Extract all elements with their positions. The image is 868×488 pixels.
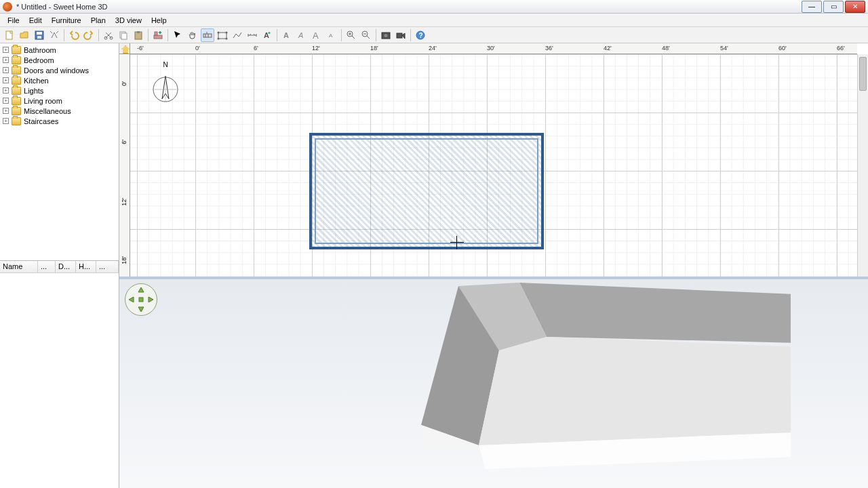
- expand-icon[interactable]: +: [3, 57, 9, 63]
- separator: [148, 29, 149, 41]
- catalog-category[interactable]: +Lights: [1, 85, 117, 96]
- svg-marker-32: [519, 283, 791, 344]
- svg-point-14: [218, 31, 220, 33]
- create-video-button[interactable]: [394, 28, 408, 42]
- redo-button[interactable]: [82, 28, 96, 42]
- svg-rect-27: [397, 33, 402, 38]
- catalog-category[interactable]: +Bedroom: [1, 55, 117, 65]
- menu-edit[interactable]: Edit: [24, 14, 47, 26]
- maximize-button[interactable]: ▭: [823, 1, 844, 13]
- plan-scrollbar-vertical[interactable]: [857, 54, 868, 277]
- decrease-text-button[interactable]: A: [325, 28, 338, 42]
- svg-text:?: ?: [419, 32, 423, 39]
- zoom-out-button[interactable]: [359, 28, 373, 42]
- svg-text:A: A: [313, 30, 319, 41]
- svg-rect-0: [6, 31, 12, 39]
- menu-bar: File Edit Furniture Plan 3D view Help: [0, 14, 868, 27]
- folder-icon: [12, 107, 21, 115]
- create-text-tool[interactable]: A: [260, 28, 274, 42]
- cut-button[interactable]: [102, 28, 115, 42]
- ruler-tick: 54': [720, 45, 728, 52]
- create-photo-button[interactable]: [379, 28, 393, 42]
- ruler-tick: 6': [121, 140, 127, 144]
- preferences-button[interactable]: [47, 28, 61, 42]
- menu-3d-view[interactable]: 3D view: [111, 14, 146, 26]
- catalog-category[interactable]: +Staircases: [1, 116, 117, 126]
- help-button[interactable]: ?: [414, 28, 427, 42]
- catalog-category[interactable]: +Kitchen: [1, 75, 117, 85]
- minimize-button[interactable]: —: [802, 1, 822, 13]
- create-polylines-tool[interactable]: [231, 28, 244, 42]
- open-button[interactable]: [18, 28, 31, 42]
- text-italic-button[interactable]: A: [295, 28, 309, 42]
- separator: [341, 29, 342, 41]
- title-bar: * Untitled - Sweet Home 3D — ▭ ✕: [0, 0, 868, 14]
- undo-button[interactable]: [67, 28, 81, 42]
- catalog-category[interactable]: +Living room: [1, 96, 117, 106]
- expand-icon[interactable]: +: [3, 47, 9, 53]
- ruler-tick: 24': [429, 45, 437, 52]
- menu-plan[interactable]: Plan: [86, 14, 111, 26]
- ruler-tick: 60': [778, 45, 787, 52]
- svg-rect-9: [137, 31, 140, 33]
- vertical-ruler[interactable]: 0'6'12'18': [119, 54, 130, 277]
- compass-label: N: [152, 61, 179, 68]
- zoom-in-button[interactable]: [344, 28, 358, 42]
- catalog-category[interactable]: +Doors and windows: [1, 65, 117, 75]
- catalog-category[interactable]: +Miscellaneous: [1, 106, 117, 116]
- col-more[interactable]: ...: [96, 261, 119, 272]
- furniture-list[interactable]: Name ... D... H... ...: [0, 260, 119, 488]
- furniture-catalog[interactable]: +Bathroom +Bedroom +Doors and windows +K…: [0, 43, 119, 260]
- ruler-tick: 66': [837, 45, 845, 52]
- ruler-origin[interactable]: [119, 43, 130, 54]
- col-depth[interactable]: D...: [56, 261, 76, 272]
- col-width[interactable]: ...: [38, 261, 56, 272]
- view-3d[interactable]: [119, 279, 868, 488]
- svg-rect-12: [203, 34, 212, 37]
- add-furniture-button[interactable]: [151, 28, 165, 42]
- catalog-label: Doors and windows: [24, 66, 89, 75]
- expand-icon[interactable]: +: [3, 77, 9, 83]
- expand-icon[interactable]: +: [3, 98, 9, 104]
- nav-3d-widget[interactable]: [125, 283, 157, 316]
- left-panel: +Bathroom +Bedroom +Doors and windows +K…: [0, 43, 119, 488]
- ruler-tick: 6': [254, 45, 258, 52]
- create-rooms-tool[interactable]: [216, 28, 229, 42]
- scrollbar-thumb[interactable]: [859, 57, 867, 91]
- col-name[interactable]: Name: [0, 261, 38, 272]
- col-height[interactable]: H...: [76, 261, 96, 272]
- select-tool[interactable]: [171, 28, 184, 42]
- folder-icon: [12, 117, 21, 125]
- ruler-tick: 30': [487, 45, 495, 52]
- create-walls-tool[interactable]: [201, 28, 214, 42]
- plan-view[interactable]: -6'0'6'12'18'24'30'36'42'48'54'60'66' 0'…: [119, 43, 868, 279]
- text-bold-button[interactable]: A: [280, 28, 294, 42]
- plan-canvas[interactable]: N: [130, 54, 857, 277]
- menu-help[interactable]: Help: [146, 14, 172, 26]
- menu-file[interactable]: File: [3, 14, 24, 26]
- svg-rect-11: [155, 32, 157, 35]
- expand-icon[interactable]: +: [3, 87, 9, 94]
- separator: [64, 29, 64, 41]
- compass[interactable]: N: [152, 61, 179, 99]
- new-button[interactable]: [3, 28, 16, 42]
- close-button[interactable]: ✕: [845, 1, 865, 13]
- svg-rect-2: [37, 32, 42, 35]
- pan-tool[interactable]: [186, 28, 199, 42]
- create-dimensions-tool[interactable]: [245, 28, 259, 42]
- paste-button[interactable]: [132, 28, 145, 42]
- ruler-tick: 0': [195, 45, 200, 52]
- save-button[interactable]: [33, 28, 46, 42]
- copy-button[interactable]: [117, 28, 130, 42]
- catalog-category[interactable]: +Bathroom: [1, 45, 117, 55]
- expand-icon[interactable]: +: [3, 108, 9, 114]
- expand-icon[interactable]: +: [3, 118, 9, 124]
- increase-text-button[interactable]: A: [310, 28, 323, 42]
- catalog-label: Kitchen: [24, 77, 49, 85]
- menu-furniture[interactable]: Furniture: [47, 14, 86, 26]
- expand-icon[interactable]: +: [3, 67, 9, 73]
- right-panel: -6'0'6'12'18'24'30'36'42'48'54'60'66' 0'…: [119, 43, 868, 488]
- horizontal-ruler[interactable]: -6'0'6'12'18'24'30'36'42'48'54'60'66': [130, 43, 857, 54]
- ruler-tick: 18': [121, 256, 127, 264]
- home-icon: [121, 45, 130, 54]
